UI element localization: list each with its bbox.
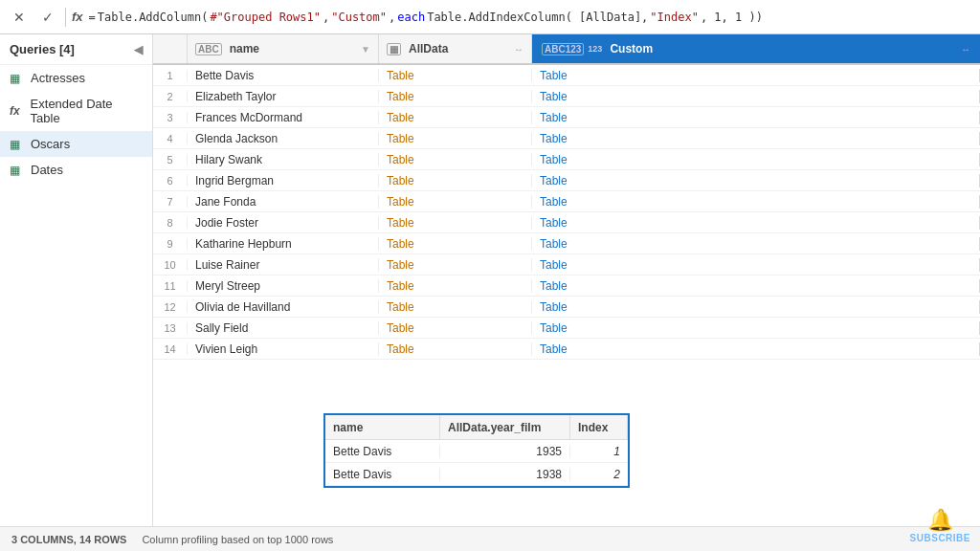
table-row[interactable]: 1 Bette Davis Table Table (153, 65, 980, 86)
preview-th-year: AllData.year_film (440, 415, 570, 439)
subscribe-area: 🔔 SUBSCRIBE (910, 508, 970, 543)
td-custom: Table (532, 216, 980, 230)
sidebar-item-dates[interactable]: ▦ Dates (0, 157, 152, 183)
table-row[interactable]: 8 Jodie Foster Table Table (153, 212, 980, 233)
td-custom: Table (532, 300, 980, 314)
td-name: Frances McDormand (188, 111, 379, 124)
table-icon-actresses: ▦ (10, 72, 25, 85)
table-row[interactable]: 4 Glenda Jackson Table Table (153, 128, 980, 149)
td-index: 8 (153, 217, 188, 229)
sort-arrow-custom[interactable]: ↔ (961, 44, 970, 55)
table-row[interactable]: 12 Olivia de Havilland Table Table (153, 297, 980, 318)
td-name: Olivia de Havilland (188, 300, 379, 314)
sidebar-label-extended: Extended Date Table (31, 97, 143, 125)
td-alldata: Table (379, 342, 532, 356)
td-custom: Table (532, 279, 980, 293)
table-row[interactable]: 10 Luise Rainer Table Table (153, 254, 980, 276)
formula-each: each (397, 11, 425, 24)
td-alldata: Table (379, 258, 532, 272)
td-custom: Table (532, 90, 980, 103)
td-name: Vivien Leigh (188, 342, 379, 356)
formula-groupedrows: #"Grouped Rows1" (210, 11, 321, 24)
col-label-name: name (230, 42, 259, 55)
td-index: 4 (153, 133, 188, 144)
th-name[interactable]: ABC name ▼ (188, 34, 379, 63)
sidebar-label-actresses: Actresses (31, 71, 85, 85)
sidebar: Queries [4] ◀ ▦ Actresses fx Extended Da… (0, 34, 153, 551)
table-row[interactable]: 6 Ingrid Bergman Table Table (153, 170, 980, 191)
sidebar-collapse-arrow[interactable]: ◀ (134, 43, 143, 56)
th-custom[interactable]: ABC123 123 Custom ↔ (532, 34, 980, 63)
divider (65, 8, 66, 27)
sidebar-item-oscars[interactable]: ▦ Oscars (0, 131, 152, 157)
td-index: 6 (153, 175, 188, 187)
col-label-custom: Custom (610, 42, 653, 55)
sidebar-label-dates: Dates (31, 163, 63, 177)
cancel-button[interactable]: ✕ (8, 6, 31, 29)
table-row[interactable]: 2 Elizabeth Taylor Table Table (153, 86, 980, 107)
td-index: 11 (153, 280, 188, 292)
preview-th-name: name (325, 415, 440, 439)
td-custom: Table (532, 132, 980, 145)
td-index: 12 (153, 301, 188, 313)
preview-row: Bette Davis 1935 1 (325, 440, 628, 463)
td-name: Ingrid Bergman (188, 174, 379, 187)
preview-header-row: name AllData.year_film Index (325, 415, 628, 440)
td-index: 7 (153, 196, 188, 208)
bottom-bar: 3 COLUMNS, 14 ROWS Column profiling base… (0, 526, 980, 551)
sort-arrow-alldata[interactable]: ↔ (514, 44, 523, 55)
td-index: 5 (153, 154, 188, 165)
subscribe-label: SUBSCRIBE (910, 533, 970, 543)
td-name: Elizabeth Taylor (188, 90, 379, 103)
fx-icon: fx (72, 10, 83, 24)
formula-comma2: , (389, 11, 395, 24)
td-alldata: Table (379, 237, 532, 251)
table-icon-dates: ▦ (10, 164, 25, 177)
th-alldata[interactable]: ▦ AllData ↔ (379, 34, 532, 63)
td-index: 14 (153, 343, 188, 355)
td-custom: Table (532, 258, 980, 272)
td-custom: Table (532, 69, 980, 82)
table-row[interactable]: 5 Hilary Swank Table Table (153, 149, 980, 170)
table-icon-oscars: ▦ (10, 138, 25, 151)
sidebar-title: Queries [4] (10, 42, 75, 56)
td-name: Sally Field (188, 321, 379, 335)
formula-index-str: "Index" (650, 11, 699, 24)
sidebar-label-oscars: Oscars (31, 137, 70, 151)
td-alldata: Table (379, 69, 532, 82)
confirm-button[interactable]: ✓ (36, 6, 59, 29)
td-custom: Table (532, 342, 980, 356)
formula-custom-str: "Custom" (331, 11, 387, 24)
table-row[interactable]: 3 Frances McDormand Table Table (153, 107, 980, 128)
preview-panel: name AllData.year_film Index Bette Davis… (323, 413, 630, 488)
td-alldata: Table (379, 195, 532, 209)
sort-arrow-name[interactable]: ▼ (361, 44, 370, 55)
formula-bar: ✕ ✓ fx = Table.AddColumn( #"Grouped Rows… (0, 0, 980, 34)
td-custom: Table (532, 111, 980, 124)
td-name: Jane Fonda (188, 195, 379, 209)
td-custom: Table (532, 237, 980, 251)
sidebar-header: Queries [4] ◀ (0, 34, 152, 65)
formula-comma1: , (323, 11, 329, 24)
formula-end: , 1, 1 )) (701, 11, 763, 24)
fx-icon-extended: fx (10, 104, 25, 118)
td-name: Meryl Streep (188, 279, 379, 293)
table-row[interactable]: 7 Jane Fonda Table Table (153, 191, 980, 212)
td-alldata: Table (379, 153, 532, 166)
table-row[interactable]: 9 Katharine Hepburn Table Table (153, 233, 980, 254)
preview-td-year: 1938 (440, 468, 570, 481)
table-row[interactable]: 13 Sally Field Table Table (153, 318, 980, 339)
sidebar-item-extended-date-table[interactable]: fx Extended Date Table (0, 91, 152, 131)
th-index (153, 34, 188, 63)
sidebar-item-actresses[interactable]: ▦ Actresses (0, 65, 152, 91)
td-alldata: Table (379, 132, 532, 145)
preview-body: Bette Davis 1935 1 Bette Davis 1938 2 (325, 440, 628, 486)
table-row[interactable]: 11 Meryl Streep Table Table (153, 276, 980, 297)
td-name: Jodie Foster (188, 216, 379, 230)
td-index: 1 (153, 70, 188, 81)
subscribe-icon: 🔔 (927, 508, 953, 533)
table-row[interactable]: 14 Vivien Leigh Table Table (153, 339, 980, 360)
formula-rest: Table.AddIndexColumn( [AllData], (427, 11, 648, 24)
td-index: 13 (153, 322, 188, 334)
td-index: 10 (153, 259, 188, 271)
